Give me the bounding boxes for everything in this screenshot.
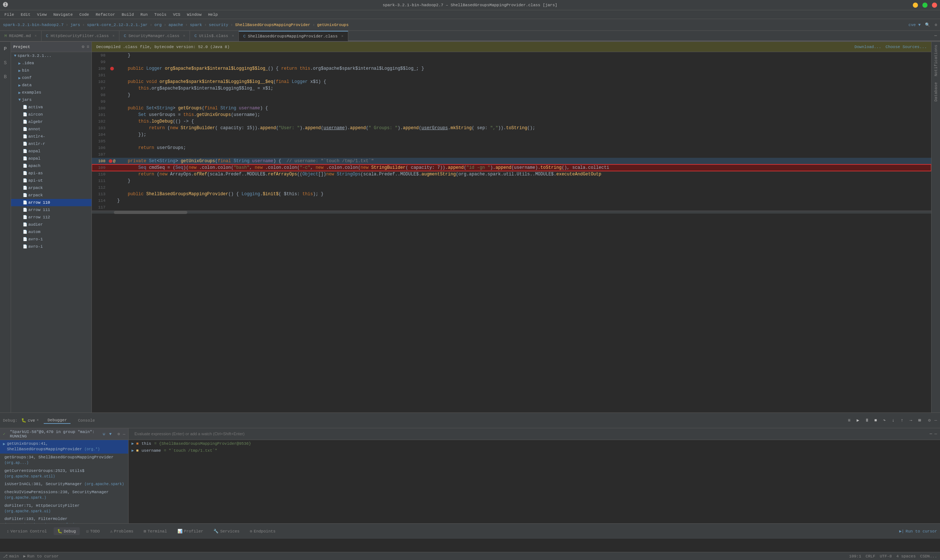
sidebar-item-arrow112[interactable]: 📄arrow 112: [11, 214, 91, 221]
terminal-tab[interactable]: ⊞ Terminal: [140, 527, 170, 535]
code-hscroll[interactable]: [92, 211, 931, 214]
sidebar-item-idea[interactable]: ▶ .idea: [11, 60, 91, 67]
sidebar-item-api-ut[interactable]: 📄api-ut: [11, 177, 91, 184]
run-to-cursor-button[interactable]: ▶| Run to cursor: [899, 529, 937, 534]
frame-item-6[interactable]: doFilter:193, FilterHolder (org.sparkpro…: [0, 515, 128, 523]
nav-apache[interactable]: apache: [168, 23, 183, 27]
tab-shellbased[interactable]: C ShellBasedGroupsMappingProvider.class …: [239, 31, 348, 41]
problems-tab[interactable]: ⚠ Problems: [107, 527, 137, 535]
tab-httpsecurity[interactable]: C HttpSecurityFilter.class ×: [42, 31, 119, 41]
var-this[interactable]: ▶ ■ this = {ShellBasedGroupsMappingProvi…: [128, 440, 940, 447]
debug-pause-icon[interactable]: ⏸: [864, 417, 870, 424]
sidebar-item-algebr[interactable]: 📄algebr: [11, 118, 91, 126]
menu-item-navigate[interactable]: Navigate: [50, 12, 76, 18]
code-scroll[interactable]: 98 } 99 100 public Logger org$: [92, 52, 931, 412]
nav-settings-icon[interactable]: ⚙: [934, 22, 937, 27]
frames-settings-icon[interactable]: ⚙: [117, 432, 120, 436]
tab-httpsecurity-close[interactable]: ×: [113, 34, 114, 38]
endpoints-tab[interactable]: ⊙ Endpoints: [246, 527, 279, 535]
sidebar-item-antlr-r[interactable]: 📄antlr-r: [11, 140, 91, 148]
run-button[interactable]: ▶ Run to cursor: [23, 554, 59, 558]
debug-bottom-tab[interactable]: 🐛 Debug: [54, 527, 80, 535]
version-control-tab[interactable]: ↕ Version Control: [3, 528, 51, 535]
debug-resume-icon[interactable]: ▶: [855, 417, 861, 424]
tab-shellbased-close[interactable]: ×: [341, 34, 343, 38]
this-expand-icon[interactable]: ▶: [131, 441, 134, 446]
tab-utils[interactable]: C Utils$.class ×: [190, 31, 239, 41]
sidebar-item-data[interactable]: ▶ data: [11, 82, 91, 89]
sidebar-item-activa[interactable]: 📄activa: [11, 103, 91, 111]
menu-item-tools[interactable]: Tools: [151, 12, 169, 18]
debug-settings-icon[interactable]: ⚙: [928, 418, 931, 423]
frame-item-0[interactable]: ▶ getUnixGroups:41, ShellBasedGroupsMapp…: [0, 440, 128, 454]
sidebar-item-examples[interactable]: ▶ examples: [11, 89, 91, 96]
debug-session-close[interactable]: ×: [36, 418, 39, 422]
nav-search-icon[interactable]: 🔍: [925, 22, 930, 27]
tab-readme-close[interactable]: ×: [34, 34, 37, 38]
debug-stop-icon[interactable]: ■: [872, 417, 879, 424]
menu-item-file[interactable]: File: [2, 12, 17, 18]
debug-session-name[interactable]: cve: [28, 418, 35, 423]
database-icon[interactable]: Database: [934, 82, 938, 102]
tab-securitymanager-close[interactable]: ×: [183, 34, 185, 38]
sidebar-collapse-icon[interactable]: ≡: [87, 45, 89, 49]
nav-project[interactable]: spark-3.2.1-bin-hadoop2.7: [3, 23, 63, 27]
debug-step-over-icon[interactable]: ↷: [881, 417, 888, 424]
tab-utils-close[interactable]: ×: [232, 34, 234, 38]
sidebar-item-audier[interactable]: 📄audier: [11, 221, 91, 228]
debug-evaluate-icon[interactable]: ⊞: [917, 417, 923, 424]
minimize-button[interactable]: [913, 3, 918, 8]
sidebar-item-aopal1[interactable]: 📄aopal: [11, 148, 91, 155]
encoding-status[interactable]: UTF-8: [880, 554, 892, 558]
nav-security[interactable]: security: [209, 23, 228, 27]
sidebar-item-conf[interactable]: ▶ conf: [11, 74, 91, 82]
sidebar-item-avro-i[interactable]: 📄avro-i: [11, 243, 91, 250]
bookmarks-toggle[interactable]: B: [2, 73, 9, 81]
sidebar-settings-icon[interactable]: ⚙: [82, 44, 85, 49]
evaluate-expression-input[interactable]: [131, 428, 533, 440]
more-tabs-button[interactable]: ⋯: [931, 31, 940, 41]
thread-filter-icon[interactable]: ⊌: [102, 432, 105, 436]
sidebar-item-arrow110[interactable]: 📄arrow 110: [11, 199, 91, 206]
profiler-tab[interactable]: 📊 Profiler: [174, 527, 207, 535]
nav-jars[interactable]: jars: [71, 23, 80, 27]
sidebar-item-arpack2[interactable]: 📄arpack: [11, 192, 91, 199]
maximize-button[interactable]: [922, 3, 928, 8]
nav-spark[interactable]: spark: [190, 23, 202, 27]
debug-step-into-icon[interactable]: ↓: [890, 417, 897, 424]
thread-dropdown-icon[interactable]: ▼: [109, 432, 112, 436]
nav-org[interactable]: org: [154, 23, 162, 27]
close-button[interactable]: [932, 3, 937, 8]
sidebar-item-api-as[interactable]: 📄api-as: [11, 169, 91, 177]
menu-item-code[interactable]: Code: [76, 12, 92, 18]
structure-view-toggle[interactable]: S: [2, 59, 9, 67]
menu-item-help[interactable]: Help: [205, 12, 221, 18]
var-username[interactable]: ▶ ■ username = "`touch /tmp/1.txt`": [128, 447, 940, 454]
sidebar-item-aopal2[interactable]: 📄aopal: [11, 155, 91, 162]
sidebar-item-jars[interactable]: ▼ jars: [11, 96, 91, 103]
crlf-status[interactable]: CRLF: [866, 554, 875, 558]
menu-item-edit[interactable]: Edit: [18, 12, 33, 18]
position-status[interactable]: 109:1: [849, 554, 861, 558]
cve-dropdown[interactable]: cve ▼: [908, 23, 920, 27]
frames-close-icon[interactable]: —: [123, 432, 125, 436]
frame-item-2[interactable]: getCurrentUserGroups:2523, Utils$ (org.a…: [0, 467, 128, 481]
tab-readme[interactable]: M README.md ×: [0, 31, 42, 41]
menu-item-build[interactable]: Build: [119, 12, 137, 18]
console-tab[interactable]: Console: [74, 418, 99, 423]
sidebar-item-annot[interactable]: 📄annot: [11, 126, 91, 133]
breakpoint-108[interactable]: [109, 159, 113, 163]
debug-run-to-cursor-icon[interactable]: →: [908, 417, 914, 424]
choose-sources-link[interactable]: Choose Sources...: [886, 45, 927, 49]
nav-jar[interactable]: spark-core_2.12-3.2.1.jar: [87, 23, 148, 27]
git-status[interactable]: ⎇ main: [3, 554, 19, 558]
sidebar-item-arpack1[interactable]: 📄arpack: [11, 184, 91, 192]
sidebar-item-aircon[interactable]: 📄aircon: [11, 111, 91, 118]
notifications-icon[interactable]: Notifications: [934, 45, 938, 76]
vars-close-icon[interactable]: —: [934, 432, 937, 437]
menu-item-vcs[interactable]: VCS: [170, 12, 183, 18]
frame-item-5[interactable]: doFilter:71, HttpSecurityFilter (org.apa…: [0, 502, 128, 515]
menu-item-view[interactable]: View: [34, 12, 49, 18]
debug-step-out-icon[interactable]: ↑: [899, 417, 906, 424]
menu-item-run[interactable]: Run: [137, 12, 151, 18]
